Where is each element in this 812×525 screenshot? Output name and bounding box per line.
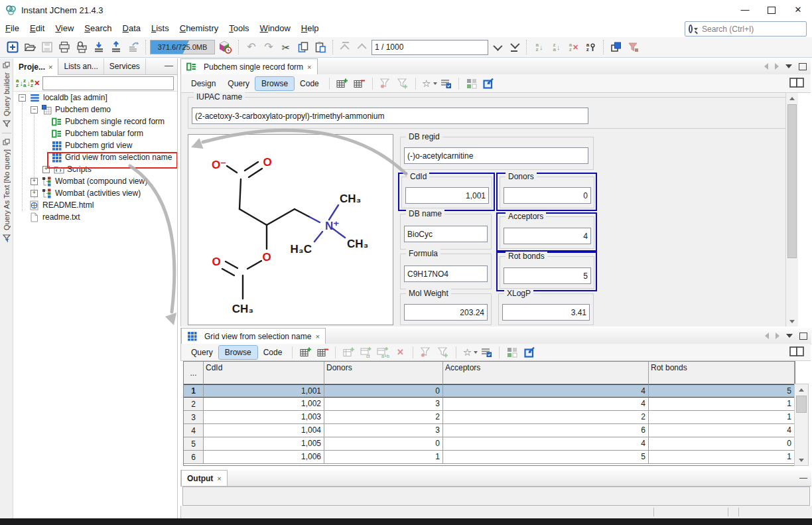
tab-projects[interactable]: Proje...× <box>13 58 58 75</box>
scroll-up-icon[interactable] <box>786 93 798 104</box>
cell-cdid[interactable]: 1,004 <box>204 424 324 437</box>
column-header-donors[interactable]: Donors <box>324 362 443 384</box>
menu-view[interactable]: View <box>50 20 79 37</box>
cell-donors[interactable]: 0 <box>324 437 443 451</box>
grid-scrollbar[interactable] <box>794 384 809 466</box>
table-row[interactable]: 41,004364 <box>184 424 795 437</box>
share-icon[interactable] <box>125 38 142 56</box>
scrollbar-thumb[interactable] <box>787 104 797 258</box>
cell-donors[interactable]: 3 <box>324 398 443 411</box>
view-design-button[interactable]: Design <box>185 77 222 90</box>
search-input[interactable] <box>701 24 806 35</box>
cell-cdid[interactable]: 1,001 <box>204 384 324 398</box>
export-view-icon[interactable] <box>480 75 498 92</box>
add-field-icon[interactable] <box>340 344 357 361</box>
tree-item-scripts[interactable]: +Scripts <box>13 163 177 175</box>
tree-item-wombat-activities-view[interactable]: +Wombat (activities view) <box>13 187 177 199</box>
view-browse-button[interactable]: Browse <box>219 346 257 359</box>
scroll-tabs-left-icon[interactable] <box>764 63 768 70</box>
scroll-tabs-right-icon[interactable] <box>775 63 779 70</box>
close-icon[interactable]: × <box>48 63 52 71</box>
print-icon[interactable] <box>56 38 73 56</box>
tree-item-pubchem-tabular-form[interactable]: Pubchem tabular form <box>13 127 177 139</box>
expand-icon[interactable]: + <box>31 190 38 197</box>
filter-red-icon[interactable] <box>377 75 394 92</box>
tree-item-pubchem-single-record-form[interactable]: Pubchem single record form <box>13 115 177 127</box>
expand-icon[interactable]: + <box>31 178 38 185</box>
table-row[interactable]: 11,001045 <box>184 384 795 398</box>
cell-donors[interactable]: 3 <box>324 424 443 437</box>
export-icon[interactable] <box>107 38 125 56</box>
cell-cdid[interactable]: 1,006 <box>204 451 324 464</box>
maximize-button[interactable] <box>760 3 783 17</box>
acceptors-field[interactable] <box>504 228 591 244</box>
sort-ascending-icon[interactable]: az↓ <box>531 38 548 56</box>
add-chemical-terms-field-icon[interactable]: ct <box>357 344 374 361</box>
table-row[interactable]: 61,006151 <box>184 451 795 464</box>
grid-corner-button[interactable]: ... <box>184 362 204 384</box>
tree-item-readme-html[interactable]: README.html <box>13 199 177 211</box>
cell-donors[interactable]: 2 <box>324 411 443 424</box>
remove-field-icon[interactable]: ✕ <box>391 344 409 361</box>
row-number[interactable]: 5 <box>184 437 204 451</box>
tab-lists[interactable]: Lists an... <box>58 58 103 74</box>
delete-row-icon[interactable] <box>314 344 331 361</box>
menu-edit[interactable]: Edit <box>25 20 50 37</box>
clear-filter-icon[interactable] <box>625 38 642 56</box>
table-row[interactable]: 31,003221 <box>184 411 795 424</box>
form-scrollbar[interactable] <box>785 93 798 327</box>
add-row-icon[interactable] <box>297 344 314 361</box>
tree-clear-sort-icon[interactable]: az✕ <box>31 78 40 88</box>
cell-rot-bonds[interactable]: 1 <box>649 451 795 464</box>
view-code-button[interactable]: Code <box>257 346 289 359</box>
table-row[interactable]: 51,005040 <box>184 437 795 451</box>
menu-search[interactable]: Search <box>79 20 117 37</box>
rot-bonds-field[interactable] <box>504 267 591 284</box>
widget-toggle-icon[interactable] <box>463 75 480 92</box>
row-number[interactable]: 3 <box>184 411 204 424</box>
menu-tools[interactable]: Tools <box>224 20 254 37</box>
db-name-field[interactable] <box>404 226 488 242</box>
row-number[interactable]: 6 <box>184 451 204 464</box>
column-header-rot-bonds[interactable]: Rot bonds <box>649 362 795 384</box>
cell-cdid[interactable]: 1,005 <box>204 437 324 451</box>
cell-rot-bonds[interactable]: 1 <box>649 398 795 411</box>
close-button[interactable]: ✕ <box>787 3 809 17</box>
menu-help[interactable]: Help <box>296 20 324 37</box>
tab-grid-view-from-selection-name[interactable]: Grid view from selection name × <box>181 328 326 344</box>
structure-viewer[interactable]: O⁻ O N⁺ CH₃ CH₃ H₃C O O CH₃ <box>188 134 393 325</box>
formula-field[interactable] <box>404 265 488 282</box>
query-builder-funnel-icon[interactable] <box>3 120 11 127</box>
copy-icon[interactable] <box>295 38 312 56</box>
cell-acceptors[interactable]: 2 <box>443 411 649 424</box>
tab-pubchem-single-record-form[interactable]: Pubchem single record form × <box>180 58 318 74</box>
tab-output[interactable]: Output × <box>181 470 228 486</box>
windows-icon[interactable] <box>608 38 625 56</box>
favorites-star-icon[interactable]: ☆ <box>420 75 433 92</box>
cell-acceptors[interactable]: 4 <box>443 437 649 451</box>
mol-weight-field[interactable] <box>404 304 488 321</box>
view-browse-button[interactable]: Browse <box>255 77 294 90</box>
view-code-button[interactable]: Code <box>294 77 325 90</box>
minimize-button[interactable]: — <box>734 3 756 17</box>
add-row-icon[interactable] <box>334 75 351 92</box>
undo-icon[interactable]: ↶ <box>243 38 260 56</box>
tree-item-pubchem-grid-view[interactable]: Pubchem grid view <box>13 139 177 151</box>
tree-item-localdb-as-admin[interactable]: −localdb [as admin] <box>13 92 177 104</box>
grid-book-icon[interactable] <box>789 346 805 359</box>
tree-item-pubchem-demo[interactable]: −Pubchem demo <box>13 104 177 115</box>
new-item-button[interactable] <box>4 38 21 56</box>
tree-item-wombat-compound-view[interactable]: +Wombat (compound view) <box>13 175 177 187</box>
collapse-icon[interactable]: − <box>19 94 26 102</box>
close-icon[interactable]: × <box>315 333 319 340</box>
scroll-tabs-right-icon[interactable] <box>776 333 779 339</box>
menu-file[interactable]: File <box>0 20 25 37</box>
tree-item-readme-txt[interactable]: readme.txt <box>13 211 177 223</box>
column-header-cdid[interactable]: CdId <box>204 362 324 384</box>
saved-lists-icon[interactable] <box>478 344 495 361</box>
last-record-icon[interactable] <box>506 38 523 56</box>
sort-options-icon[interactable]: az <box>582 38 600 56</box>
restore-group-icon[interactable] <box>3 139 10 145</box>
search-options-caret-icon[interactable] <box>694 28 698 31</box>
maximize-panel-icon[interactable] <box>799 63 807 70</box>
